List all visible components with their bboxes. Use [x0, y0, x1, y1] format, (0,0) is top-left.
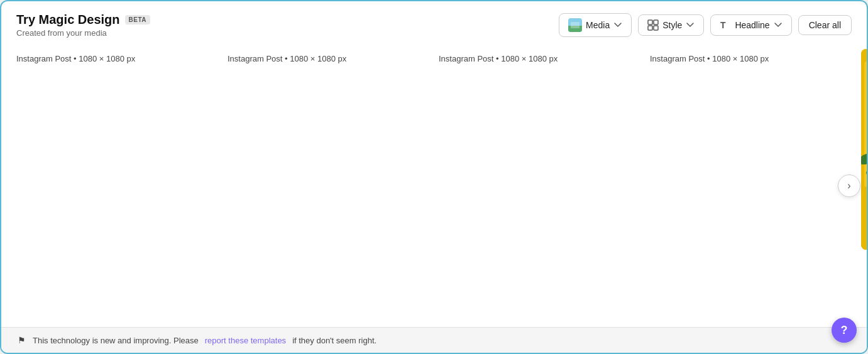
clear-all-button[interactable]: Clear all — [798, 15, 852, 35]
modal-title: Try Magic Design — [16, 13, 120, 27]
svg-rect-3 — [648, 20, 652, 24]
style-filter-button[interactable]: Style — [638, 14, 704, 36]
card-2-label: Instagram Post • 1080 × 1080 px — [228, 49, 429, 63]
card-2: YOUR LOGO HERE 9 Jaw-Dropping HawaiiTrav… — [228, 49, 429, 63]
header-left: Try Magic Design BETA Created from your … — [16, 13, 150, 38]
beta-badge: BETA — [125, 15, 150, 24]
card-4: 9 Jaw-Dropping Hawaii Travel Itineraries… — [650, 49, 851, 63]
media-filter-button[interactable]: Media — [559, 13, 632, 37]
help-fab[interactable]: ? — [832, 318, 857, 343]
footer-notice: ⚑ This technology is new and improving. … — [1, 327, 867, 353]
cards-area: 9 JAW- DROPPING HAWAII TRAVEL ITINERARIE… — [1, 44, 867, 327]
card-1-label: Instagram Post • 1080 × 1080 px — [16, 49, 217, 63]
flag-icon: ⚑ — [16, 335, 26, 345]
card-1: 9 JAW- DROPPING HAWAII TRAVEL ITINERARIE… — [16, 49, 217, 63]
style-chevron-icon — [686, 21, 695, 30]
footer-text-after: if they don't seem right. — [292, 336, 376, 345]
style-icon — [647, 19, 659, 31]
modal-subtitle: Created from your media — [16, 28, 150, 38]
headline-filter-button[interactable]: T Headline — [710, 14, 791, 36]
magic-design-modal: Try Magic Design BETA Created from your … — [0, 0, 868, 354]
media-filter-label: Media — [586, 20, 610, 30]
media-thumbnail — [568, 18, 582, 32]
modal-header: Try Magic Design BETA Created from your … — [1, 1, 867, 44]
headline-filter-label: Headline — [735, 20, 769, 30]
card-4-label: Instagram Post • 1080 × 1080 px — [650, 49, 851, 63]
svg-rect-6 — [654, 26, 658, 30]
svg-rect-5 — [648, 26, 652, 30]
headline-icon: T — [720, 19, 731, 31]
title-row: Try Magic Design BETA — [16, 13, 150, 27]
cards-scroll: 9 JAW- DROPPING HAWAII TRAVEL ITINERARIE… — [16, 44, 852, 327]
style-filter-label: Style — [662, 20, 682, 30]
report-link[interactable]: report these templates — [205, 336, 286, 345]
next-button[interactable]: › — [838, 174, 860, 197]
headline-chevron-icon — [774, 21, 783, 30]
svg-rect-81 — [864, 62, 867, 187]
header-controls: Media Style — [559, 13, 852, 37]
card-3: 9 JAW-DROPPING HAWAIITRAVEL ITINERARIES … — [439, 49, 640, 63]
svg-text:T: T — [720, 20, 726, 30]
card-5-partial[interactable] — [861, 49, 867, 250]
svg-rect-2 — [571, 22, 580, 28]
media-chevron-icon — [613, 21, 622, 30]
footer-text-before: This technology is new and improving. Pl… — [33, 336, 199, 345]
card-3-label: Instagram Post • 1080 × 1080 px — [439, 49, 640, 63]
svg-rect-4 — [654, 20, 658, 24]
